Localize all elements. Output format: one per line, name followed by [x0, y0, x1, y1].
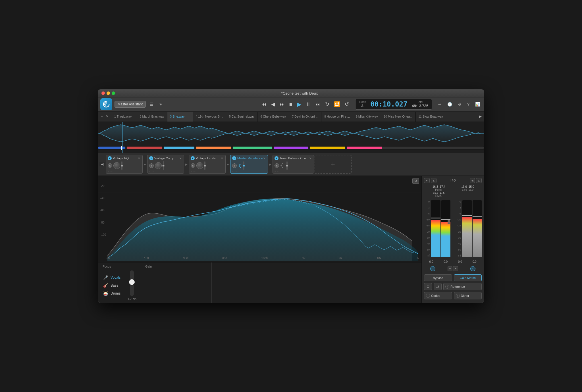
right-scale-10: -10: [455, 218, 461, 221]
meter-right-expand-btn[interactable]: ▲: [476, 178, 482, 183]
plugin-solo-btn-2[interactable]: S: [149, 163, 154, 168]
plugin-solo-btn-3[interactable]: S: [191, 163, 195, 168]
db-label-20: -20: [100, 184, 106, 187]
meter-cyan-btn-1[interactable]: ←: [430, 266, 435, 271]
plugin-solo-btn-5[interactable]: S: [275, 163, 279, 168]
skip-back-button[interactable]: ⏭: [278, 100, 286, 109]
rewind-button[interactable]: ⏮: [260, 100, 268, 109]
meter-minus-btn[interactable]: −: [448, 266, 453, 271]
plugin-slider-5[interactable]: [286, 161, 288, 170]
plugin-name-vintage-comp: Vintage Comp: [154, 157, 179, 160]
plugin-slider[interactable]: [121, 161, 122, 170]
stop-button[interactable]: ■: [288, 100, 294, 109]
pause-button[interactable]: ⏸: [304, 100, 313, 109]
db-label-80: -80: [100, 221, 106, 224]
plugin-dots-icon-5: ⋯: [277, 170, 279, 173]
close-button[interactable]: [101, 91, 105, 95]
meter-left-expand-btn[interactable]: ◀: [470, 178, 475, 183]
plugin-knob-2[interactable]: [155, 162, 162, 169]
plugin-slider-3[interactable]: [204, 161, 205, 170]
plugin-slot-vintage-limiter[interactable]: i Vintage Limiter ✕ S ≡ ⋯: [189, 155, 226, 174]
plugin-close-vintage-eq[interactable]: ✕: [137, 157, 141, 160]
tab-miss-new-orleans[interactable]: 10 Miss New Orlea...: [381, 112, 416, 122]
meter-fill-right-2: [473, 219, 482, 257]
minimize-button[interactable]: [107, 91, 110, 95]
remove-tab-button[interactable]: ✕: [105, 114, 110, 119]
add-plugin-button[interactable]: +: [315, 155, 352, 174]
spectrum-button[interactable]: 📊: [473, 101, 482, 108]
plugin-knob[interactable]: [113, 162, 120, 169]
bypass-button[interactable]: Bypass: [424, 274, 452, 281]
tab-scroll-right[interactable]: ▶: [478, 114, 483, 119]
tab-house[interactable]: 8 House on Fire....: [321, 112, 353, 122]
menu-icon[interactable]: ☰: [148, 101, 155, 108]
plugin-slider-2[interactable]: [163, 161, 164, 170]
plugin-close-master-rebalance[interactable]: ✕: [263, 157, 266, 160]
tab-cat-squirrel[interactable]: 5 Cat Squirrel.wav: [226, 112, 257, 122]
plugin-dots-icon-2: ⋯: [152, 170, 154, 173]
tab-mardi-gras[interactable]: 2 Mardi Gras.wav: [137, 112, 167, 122]
tab-devil[interactable]: 7 Devil in Oxford ...: [289, 112, 321, 122]
plugin-close-vintage-limiter[interactable]: ✕: [220, 157, 224, 160]
back-button[interactable]: ◀: [269, 100, 277, 109]
tab-miss-kitty[interactable]: 9 Miss Kitty.wav: [353, 112, 381, 122]
undo-button[interactable]: ↩: [436, 101, 443, 108]
meter-menu-btn[interactable]: ▲: [431, 178, 436, 183]
gain-match-button[interactable]: Gain Match: [454, 274, 482, 281]
reference-button[interactable]: i Reference: [443, 283, 482, 290]
plugin-slot-master-rebalance[interactable]: i Master Rebalance ✕ S ♫ ≡ ⋯: [230, 155, 268, 174]
tab-slow-boat[interactable]: 11 Slow Boat.wav: [416, 112, 446, 122]
loop-button[interactable]: ↻: [323, 100, 331, 109]
plugin-slot-vintage-eq[interactable]: i Vintage EQ ✕ S ≡ ⋯: [106, 155, 143, 174]
repeat-button[interactable]: 🔁: [332, 100, 342, 109]
skip-forward-button[interactable]: ⏭: [314, 100, 322, 109]
focus-item-drums[interactable]: 🥁 Drums: [103, 291, 120, 296]
right-peak-value: -13.6 -15.0: [460, 185, 474, 188]
settings-button[interactable]: ⚙: [456, 101, 463, 108]
plugin-solo-btn[interactable]: S: [108, 163, 112, 168]
plugin-solo-btn-4[interactable]: S: [232, 163, 237, 168]
history-button[interactable]: 🕐: [446, 101, 454, 108]
plugin-slot-vintage-comp[interactable]: i Vintage Comp ✕ S ≡ ⋯: [147, 155, 184, 174]
play-button[interactable]: ▶: [295, 100, 303, 109]
master-assistant-button[interactable]: Master Assistant: [115, 101, 146, 108]
chain-arrow-4: ▶: [269, 163, 272, 166]
sync-button[interactable]: ↺: [343, 100, 351, 109]
logo-button[interactable]: [100, 98, 112, 110]
add-tab-button[interactable]: +: [100, 114, 104, 119]
spectrum-reset-button[interactable]: ↺: [412, 178, 419, 184]
maximize-button[interactable]: [112, 91, 115, 95]
gain-slider[interactable]: [130, 270, 134, 296]
meter-plus-btn[interactable]: +: [453, 266, 458, 271]
right-scale-inf: -Inf: [455, 254, 461, 257]
plugin-slot-tonal-balance[interactable]: i Tonal Balance Con... ✕ S ☾ ≡ ⋯: [273, 155, 314, 174]
help-button[interactable]: ?: [465, 101, 471, 108]
tab-19th[interactable]: 4 19th Nervous Br...: [193, 112, 226, 122]
meter-thumb-2[interactable]: [448, 222, 450, 224]
link-icon-button[interactable]: ⊙: [424, 283, 432, 290]
plugin-knob-3[interactable]: [196, 162, 203, 169]
swap-icon-button[interactable]: ⇄: [434, 283, 442, 290]
dither-button[interactable]: i Dither: [454, 292, 482, 299]
plugin-close-tonal-balance[interactable]: ✕: [309, 157, 312, 160]
asterisk-icon[interactable]: ✶: [157, 101, 164, 108]
codec-button[interactable]: i Codec: [424, 292, 452, 299]
tab-chere-bebe[interactable]: 6 Chere Bebe.wav: [257, 112, 289, 122]
freq-hz: Hz: [416, 257, 419, 260]
gain-value: 1.7 dB: [127, 297, 136, 301]
meter-peak-line-1: [431, 218, 440, 218]
meter-cyan-btn-2[interactable]: ←: [470, 266, 475, 271]
waveform-display[interactable]: [98, 122, 484, 145]
meter-thumb-1[interactable]: [448, 220, 450, 222]
toolbar: Master Assistant ☰ ✶ ⏮ ◀ ⏭ ■ ▶ ⏸ ⏭ ↻ 🔁 ↺…: [98, 97, 484, 112]
plugin-close-vintage-comp[interactable]: ✕: [179, 157, 182, 160]
plugin-chain-left-arrow[interactable]: ◀: [99, 162, 105, 166]
meter-divider: [453, 200, 453, 257]
tab-tragic[interactable]: 1 Tragic.wav: [111, 112, 137, 122]
meter-dropdown-btn[interactable]: ▼: [424, 178, 430, 183]
tab-she[interactable]: 3 She.wav: [167, 112, 193, 122]
freq-100: 100: [144, 257, 149, 260]
focus-item-bass[interactable]: 🎸 Bass: [103, 283, 120, 288]
plugin-slider-4[interactable]: [243, 161, 244, 170]
focus-item-vocals[interactable]: 🎤 Vocals: [103, 275, 120, 280]
